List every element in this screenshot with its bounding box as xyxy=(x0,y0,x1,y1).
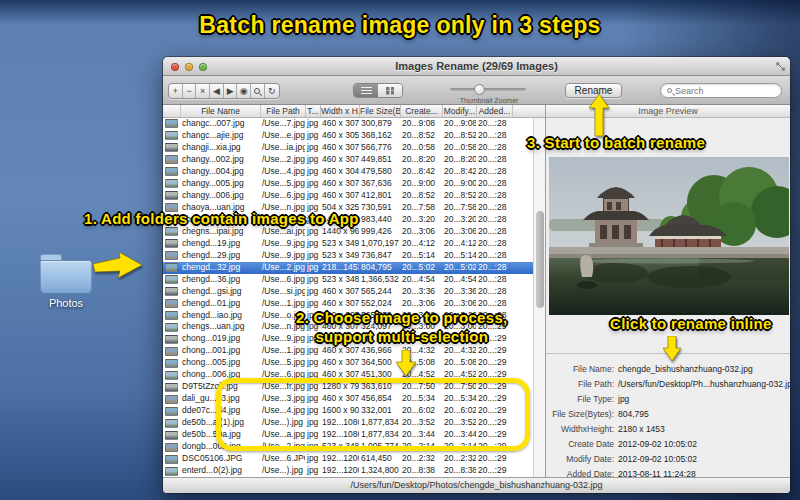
search-field[interactable] xyxy=(660,83,782,98)
cell: jpg xyxy=(305,166,320,178)
delete-button[interactable]: × xyxy=(196,84,210,98)
column-header[interactable]: Modify... xyxy=(443,105,477,117)
thumbnail-zoomer-slider[interactable] xyxy=(450,88,526,91)
field-label: Create Date xyxy=(546,439,614,449)
table-row[interactable]: enterd...0(2).jpg/Use...).jpgjpg192...12… xyxy=(163,465,533,477)
cell: 20...9:08 xyxy=(442,118,476,130)
vertical-scrollbar[interactable] xyxy=(533,118,545,477)
list-view-button[interactable] xyxy=(354,84,378,97)
column-header[interactable]: Width x H... xyxy=(321,105,360,117)
table-row[interactable]: changy...004.jpg/Use...4.jpgjpg460 x 304… xyxy=(163,166,533,178)
table-row[interactable]: changc...007.jpg/Use...7.jpgjpg460 x 307… xyxy=(163,118,533,130)
thumbnail-icon xyxy=(165,263,178,272)
cell: 983,440 xyxy=(359,214,400,226)
column-header[interactable]: File Path xyxy=(261,105,306,117)
field-value: /Users/fun/Desktop/Ph...hushanzhuang-032… xyxy=(618,379,790,389)
add-button[interactable]: + xyxy=(169,84,183,98)
cell: /Use...2.jpg xyxy=(260,262,305,274)
cell: chengs...uan.jpg xyxy=(180,321,260,333)
column-header[interactable]: T... xyxy=(306,105,321,117)
photos-folder-icon[interactable] xyxy=(40,254,92,294)
refresh-button[interactable]: ↻ xyxy=(265,84,279,98)
thumbnail-icon xyxy=(165,395,178,404)
thumbnail-icon xyxy=(165,227,178,236)
thumbnail-icon xyxy=(165,287,178,296)
table-row[interactable]: changy...006.jpg/Use...6.jpgjpg460 x 307… xyxy=(163,190,533,202)
metadata-row: Added Date:2013-08-11 11:24:28 xyxy=(546,466,790,477)
thumbnail-icon xyxy=(165,155,178,164)
table-row[interactable]: chengd...32.jpg/Use...2.jpgjpg218...1453… xyxy=(163,262,533,274)
table-row[interactable]: changc...ajie.jpg/Use...e.jpgjpg460 x 30… xyxy=(163,130,533,142)
thumbnail-icon xyxy=(165,431,178,440)
cell: /Use...6.jpg xyxy=(260,274,305,286)
cell: 20...:29 xyxy=(476,453,512,465)
cell: 460 x 307 xyxy=(320,345,359,357)
prev-button[interactable]: ◀ xyxy=(210,84,224,98)
column-header[interactable]: File Size(B... xyxy=(360,105,401,117)
step3-arrow-icon xyxy=(589,94,609,136)
cell: 20...:28 xyxy=(476,274,512,286)
cell: chengd...19.jpg xyxy=(180,238,260,250)
cell: jpg xyxy=(305,274,320,286)
cell: 20...:28 xyxy=(476,154,512,166)
scrollbar-thumb[interactable] xyxy=(536,211,544,308)
next-button[interactable]: ▶ xyxy=(224,84,238,98)
cell: 20...5:14 xyxy=(400,250,442,262)
cell: chengd...gsi.jpg xyxy=(180,286,260,298)
table-row[interactable]: chegns...ipai.jpg/Use...ai.jpgjpg1440 x … xyxy=(163,226,533,238)
search-input[interactable] xyxy=(675,86,765,96)
cell: 300,879 xyxy=(359,118,400,130)
grid-view-button[interactable] xyxy=(378,84,402,97)
table-row[interactable]: chengd...29.jpg/Use...9.jpgjpg523 x 3497… xyxy=(163,250,533,262)
thumbnail-icon xyxy=(165,455,178,464)
table-row[interactable]: changji...xia.jpg/Use...ia.jpgjpg460 x 3… xyxy=(163,142,533,154)
title-bar[interactable]: Images Rename (29/69 Images) xyxy=(163,57,790,76)
field-label: File Path: xyxy=(546,379,614,389)
preview-image xyxy=(549,157,789,315)
cell: chengd...29.jpg xyxy=(180,250,260,262)
cell: jpg xyxy=(305,154,320,166)
table-header[interactable]: File NameFile PathT...Width x H...File S… xyxy=(163,105,545,118)
cell: jpg xyxy=(305,142,320,154)
cell: 20...:28 xyxy=(476,214,512,226)
cell: 20...:28 xyxy=(476,250,512,262)
column-header[interactable]: Create... xyxy=(401,105,443,117)
header-icon-column[interactable] xyxy=(163,105,181,117)
cell: DSC05106.JPG xyxy=(180,453,260,465)
table-row[interactable]: chengd...36.jpg/Use...6.jpgjpg523 x 3481… xyxy=(163,274,533,286)
thumbnail-icon xyxy=(165,383,178,392)
remove-button[interactable]: − xyxy=(183,84,197,98)
table-row[interactable]: DSC05106.JPG/Use...6.JPGjpg192...1200614… xyxy=(163,453,533,465)
file-name-inline-edit[interactable]: chengde_bishushanzhuang-032.jpg xyxy=(618,364,753,374)
column-header[interactable]: File Name xyxy=(181,105,261,117)
cell: jpg xyxy=(305,250,320,262)
field-value: 2012-09-02 10:05:02 xyxy=(618,439,697,449)
cell: jpg xyxy=(305,453,320,465)
table-row[interactable]: chong...001.jpg/Use...1.jpgjpg460 x 3074… xyxy=(163,345,533,357)
cell: 20...8:52 xyxy=(400,130,442,142)
cell: chengd...36.jpg xyxy=(180,274,260,286)
search-button[interactable] xyxy=(251,84,265,98)
cell: /Use...2.jpg xyxy=(260,154,305,166)
table-row[interactable]: chengd...gsi.jpg/Use...si.jpgjpg460 x 30… xyxy=(163,286,533,298)
table-row[interactable]: chong...005.jpg/Use...5.jpgjpg460 x 3073… xyxy=(163,357,533,369)
column-header[interactable]: Added... xyxy=(477,105,513,117)
thumbnail-icon xyxy=(165,179,178,188)
cell: 20...9:00 xyxy=(442,178,476,190)
cell: 20...3:20 xyxy=(442,214,476,226)
search-icon xyxy=(667,88,672,93)
cell: 20...:28 xyxy=(476,190,512,202)
cell: 20...3:36 xyxy=(442,286,476,298)
table-row[interactable]: chengd...19.jpg/Use...9.jpgjpg523 x 3491… xyxy=(163,238,533,250)
preview-panel: Image Preview xyxy=(545,105,790,477)
cell: 460 x 307 xyxy=(320,178,359,190)
preview-button[interactable]: ◉ xyxy=(237,84,251,98)
thumbnail-icon xyxy=(165,323,178,332)
table-row[interactable]: changy...002.jpg/Use...2.jpgjpg460 x 307… xyxy=(163,154,533,166)
cell: 20...4:12 xyxy=(442,238,476,250)
expand-window-icon[interactable] xyxy=(776,62,785,71)
slider-knob[interactable] xyxy=(474,84,485,95)
table-row[interactable]: changy...005.jpg/Use...5.jpgjpg460 x 307… xyxy=(163,178,533,190)
cell: jpg xyxy=(305,262,320,274)
thumbnail-icon xyxy=(165,167,178,176)
